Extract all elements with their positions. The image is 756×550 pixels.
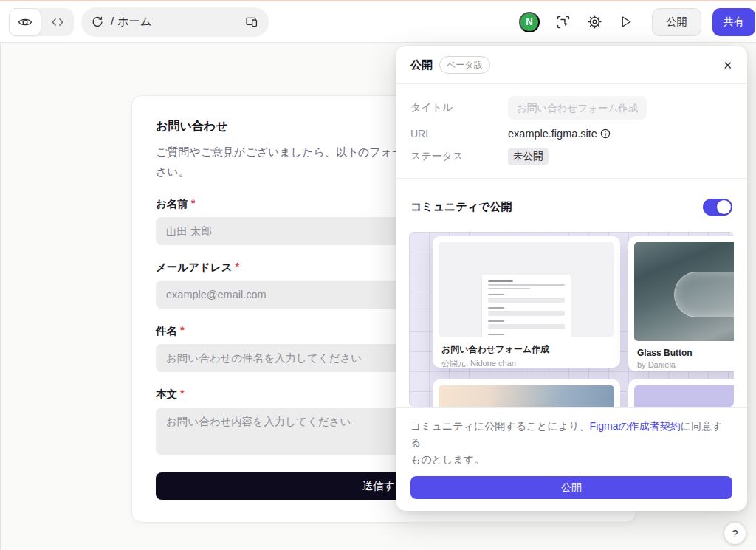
contact-form-thumbnail [439, 242, 614, 337]
required-asterisk: * [180, 324, 185, 338]
toolbar-right-cluster: N [519, 8, 755, 36]
site-title-input[interactable] [508, 96, 647, 120]
code-icon [50, 15, 65, 30]
lavender-thumbnail: welcome to [634, 385, 734, 407]
card-title: Glass Button [634, 348, 734, 358]
sunset-gradient-thumbnail [439, 385, 614, 407]
window-top-accent-line [0, 0, 756, 1]
share-button[interactable]: 共有 [712, 8, 755, 36]
status-badge: 未公開 [508, 148, 549, 165]
site-info-section: タイトル URL example.figma.site ステータス [396, 84, 747, 179]
address-bar[interactable]: / ホーム [81, 7, 269, 37]
glass-pill-button: + [674, 272, 734, 317]
gear-icon [587, 14, 602, 30]
dialog-header: 公開 ベータ版 ✕ [396, 46, 747, 84]
required-asterisk: * [236, 261, 240, 275]
publish-button-toolbar[interactable]: 公開 [652, 8, 701, 36]
card-title: お問い合わせフォーム作成 [439, 343, 614, 356]
status-row: ステータス 未公開 [410, 148, 732, 165]
info-icon[interactable] [600, 128, 611, 139]
title-row-label: タイトル [410, 101, 508, 114]
responsive-preview-button[interactable] [245, 15, 259, 29]
required-asterisk: * [191, 197, 196, 211]
avatar[interactable]: N [519, 12, 540, 32]
publish-button-dialog[interactable]: 公開 [410, 476, 732, 499]
dialog-footer: コミュニティに公開することにより、Figmaの作成者契約に同意する ものとします… [396, 407, 747, 511]
community-preview-gallery: お問い合わせフォーム作成 公開元: Nidone chan + Glass Bu… [409, 232, 734, 407]
publish-dialog: 公開 ベータ版 ✕ タイトル URL example.figma.site [396, 46, 747, 511]
help-button[interactable]: ? [724, 523, 746, 544]
code-mode-button[interactable] [41, 8, 74, 36]
devices-icon [245, 15, 259, 29]
status-row-label: ステータス [410, 150, 508, 163]
community-publish-label: コミュニティで公開 [410, 200, 512, 214]
legal-text: コミュニティに公開することにより、Figmaの作成者契約に同意する ものとします… [410, 418, 732, 467]
community-card-glass-button[interactable]: + Glass Button by Daniela [628, 236, 734, 371]
card-byline: by Daniela [634, 360, 734, 369]
creator-agreement-link[interactable]: Figmaの作成者契約 [590, 420, 681, 432]
beta-badge: ベータ版 [439, 56, 490, 74]
site-url-value: example.figma.site [508, 128, 611, 140]
toolbar: / ホーム N [0, 0, 756, 43]
toggle-knob [717, 200, 731, 214]
view-mode-segmented-control [9, 8, 74, 36]
preview-mode-button[interactable] [9, 8, 41, 36]
dialog-title: 公開 [410, 58, 433, 72]
spotlight-button[interactable] [555, 14, 571, 30]
card-byline: 公開元: Nidone chan [439, 358, 614, 369]
close-icon[interactable]: ✕ [723, 60, 732, 71]
url-row: URL example.figma.site [410, 128, 732, 140]
spotlight-cursor-icon [555, 14, 571, 30]
eye-icon [17, 14, 33, 30]
breadcrumb: / ホーム [111, 15, 238, 29]
title-row: タイトル [410, 96, 732, 120]
community-publish-toggle[interactable] [703, 199, 732, 216]
refresh-icon [91, 16, 104, 29]
url-row-label: URL [410, 128, 508, 140]
settings-button[interactable] [587, 14, 602, 30]
community-card-sunset[interactable] [433, 379, 620, 407]
mini-form-preview [482, 275, 571, 337]
community-card-contact-form[interactable]: お問い合わせフォーム作成 公開元: Nidone chan [433, 236, 620, 368]
community-card-welcome[interactable]: welcome to [628, 379, 734, 407]
required-asterisk: * [180, 388, 185, 402]
present-button[interactable] [618, 14, 633, 30]
refresh-button[interactable] [91, 16, 104, 29]
curved-welcome-text: welcome to [696, 385, 734, 407]
mountain-photo-thumbnail: + [634, 242, 734, 341]
community-publish-row: コミュニティで公開 [396, 179, 747, 232]
play-icon [618, 14, 633, 30]
figma-sites-preview-window: / ホーム N [0, 0, 756, 550]
